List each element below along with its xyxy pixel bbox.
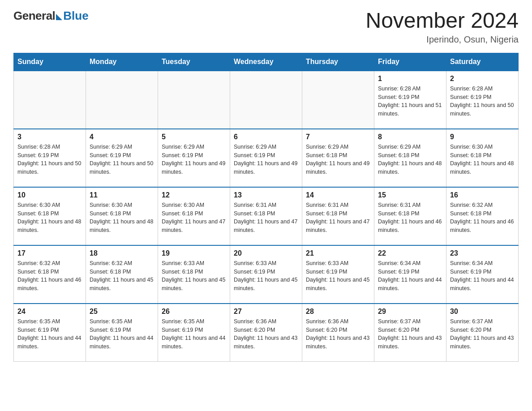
calendar-day-cell: 14Sunrise: 6:31 AM Sunset: 6:18 PM Dayli…: [302, 187, 374, 245]
calendar-week-row: 17Sunrise: 6:32 AM Sunset: 6:18 PM Dayli…: [14, 245, 519, 304]
calendar-day-cell: 13Sunrise: 6:31 AM Sunset: 6:18 PM Dayli…: [230, 187, 302, 245]
day-number: 23: [450, 249, 515, 257]
day-number: 14: [306, 191, 370, 199]
day-info: Sunrise: 6:33 AM Sunset: 6:19 PM Dayligh…: [306, 259, 370, 293]
calendar-day-cell: 7Sunrise: 6:29 AM Sunset: 6:18 PM Daylig…: [302, 129, 374, 187]
calendar-day-cell: 5Sunrise: 6:29 AM Sunset: 6:19 PM Daylig…: [158, 129, 230, 187]
calendar-day-cell: 16Sunrise: 6:32 AM Sunset: 6:18 PM Dayli…: [446, 187, 519, 245]
calendar-week-row: 1Sunrise: 6:28 AM Sunset: 6:19 PM Daylig…: [14, 71, 519, 129]
day-number: 28: [306, 308, 370, 316]
logo: General Blue: [13, 9, 89, 23]
day-info: Sunrise: 6:28 AM Sunset: 6:19 PM Dayligh…: [378, 85, 442, 118]
day-info: Sunrise: 6:29 AM Sunset: 6:18 PM Dayligh…: [306, 143, 370, 176]
day-number: 6: [234, 133, 298, 141]
day-info: Sunrise: 6:30 AM Sunset: 6:18 PM Dayligh…: [450, 143, 515, 176]
day-number: 7: [306, 133, 370, 141]
day-number: 1: [378, 75, 442, 83]
day-number: 19: [162, 249, 226, 257]
calendar-day-cell: 24Sunrise: 6:35 AM Sunset: 6:19 PM Dayli…: [14, 304, 86, 362]
day-number: 8: [378, 133, 442, 141]
day-number: 10: [17, 191, 82, 199]
day-info: Sunrise: 6:36 AM Sunset: 6:20 PM Dayligh…: [234, 317, 298, 351]
calendar-day-cell: 10Sunrise: 6:30 AM Sunset: 6:18 PM Dayli…: [14, 187, 86, 245]
day-info: Sunrise: 6:35 AM Sunset: 6:19 PM Dayligh…: [162, 317, 226, 351]
day-info: Sunrise: 6:29 AM Sunset: 6:19 PM Dayligh…: [234, 143, 298, 176]
calendar-day-cell: [86, 71, 158, 129]
day-info: Sunrise: 6:34 AM Sunset: 6:19 PM Dayligh…: [378, 259, 442, 293]
day-info: Sunrise: 6:30 AM Sunset: 6:18 PM Dayligh…: [17, 201, 82, 235]
day-number: 4: [90, 133, 154, 141]
day-info: Sunrise: 6:29 AM Sunset: 6:19 PM Dayligh…: [90, 143, 154, 176]
calendar-day-cell: 19Sunrise: 6:33 AM Sunset: 6:18 PM Dayli…: [158, 245, 230, 304]
day-number: 29: [378, 308, 442, 316]
logo-general-text: General: [13, 9, 55, 23]
weekday-header-friday: Friday: [374, 53, 446, 71]
calendar-day-cell: 26Sunrise: 6:35 AM Sunset: 6:19 PM Dayli…: [158, 304, 230, 362]
day-number: 21: [306, 249, 370, 257]
day-info: Sunrise: 6:30 AM Sunset: 6:18 PM Dayligh…: [162, 201, 226, 235]
day-number: 2: [450, 75, 515, 83]
day-info: Sunrise: 6:35 AM Sunset: 6:19 PM Dayligh…: [17, 317, 82, 351]
day-info: Sunrise: 6:34 AM Sunset: 6:19 PM Dayligh…: [450, 259, 515, 293]
calendar-day-cell: 17Sunrise: 6:32 AM Sunset: 6:18 PM Dayli…: [14, 245, 86, 304]
day-number: 3: [17, 133, 82, 141]
calendar-day-cell: 15Sunrise: 6:31 AM Sunset: 6:18 PM Dayli…: [374, 187, 446, 245]
day-info: Sunrise: 6:28 AM Sunset: 6:19 PM Dayligh…: [17, 143, 82, 176]
calendar-day-cell: 22Sunrise: 6:34 AM Sunset: 6:19 PM Dayli…: [374, 245, 446, 304]
day-info: Sunrise: 6:36 AM Sunset: 6:20 PM Dayligh…: [306, 317, 370, 351]
calendar-day-cell: 18Sunrise: 6:32 AM Sunset: 6:18 PM Dayli…: [86, 245, 158, 304]
day-number: 5: [162, 133, 226, 141]
day-info: Sunrise: 6:28 AM Sunset: 6:19 PM Dayligh…: [450, 85, 515, 118]
calendar-day-cell: 28Sunrise: 6:36 AM Sunset: 6:20 PM Dayli…: [302, 304, 374, 362]
calendar-day-cell: 11Sunrise: 6:30 AM Sunset: 6:18 PM Dayli…: [86, 187, 158, 245]
calendar-day-cell: 1Sunrise: 6:28 AM Sunset: 6:19 PM Daylig…: [374, 71, 446, 129]
calendar-title: November 2024: [365, 9, 519, 33]
day-number: 16: [450, 191, 515, 199]
calendar-day-cell: [158, 71, 230, 129]
day-number: 24: [17, 308, 82, 316]
day-info: Sunrise: 6:30 AM Sunset: 6:18 PM Dayligh…: [90, 201, 154, 235]
weekday-header-saturday: Saturday: [446, 53, 519, 71]
calendar-subtitle: Iperindo, Osun, Nigeria: [365, 34, 519, 45]
calendar-table: SundayMondayTuesdayWednesdayThursdayFrid…: [13, 53, 519, 362]
calendar-day-cell: [230, 71, 302, 129]
logo-triangle-icon: [56, 14, 62, 20]
day-info: Sunrise: 6:29 AM Sunset: 6:19 PM Dayligh…: [162, 143, 226, 176]
day-number: 9: [450, 133, 515, 141]
calendar-day-cell: 20Sunrise: 6:33 AM Sunset: 6:19 PM Dayli…: [230, 245, 302, 304]
day-number: 30: [450, 308, 515, 316]
day-info: Sunrise: 6:33 AM Sunset: 6:19 PM Dayligh…: [234, 259, 298, 293]
weekday-header-tuesday: Tuesday: [158, 53, 230, 71]
calendar-day-cell: 8Sunrise: 6:29 AM Sunset: 6:18 PM Daylig…: [374, 129, 446, 187]
calendar-day-cell: [302, 71, 374, 129]
calendar-week-row: 24Sunrise: 6:35 AM Sunset: 6:19 PM Dayli…: [14, 304, 519, 362]
day-number: 15: [378, 191, 442, 199]
title-area: November 2024 Iperindo, Osun, Nigeria: [365, 9, 519, 45]
day-number: 18: [90, 249, 154, 257]
calendar-day-cell: 21Sunrise: 6:33 AM Sunset: 6:19 PM Dayli…: [302, 245, 374, 304]
calendar-day-cell: 2Sunrise: 6:28 AM Sunset: 6:19 PM Daylig…: [446, 71, 519, 129]
day-info: Sunrise: 6:31 AM Sunset: 6:18 PM Dayligh…: [306, 201, 370, 235]
calendar-day-cell: 4Sunrise: 6:29 AM Sunset: 6:19 PM Daylig…: [86, 129, 158, 187]
weekday-header-monday: Monday: [86, 53, 158, 71]
day-info: Sunrise: 6:37 AM Sunset: 6:20 PM Dayligh…: [378, 317, 442, 351]
day-info: Sunrise: 6:29 AM Sunset: 6:18 PM Dayligh…: [378, 143, 442, 176]
calendar-day-cell: 23Sunrise: 6:34 AM Sunset: 6:19 PM Dayli…: [446, 245, 519, 304]
day-number: 11: [90, 191, 154, 199]
day-info: Sunrise: 6:33 AM Sunset: 6:18 PM Dayligh…: [162, 259, 226, 293]
header: General Blue November 2024 Iperindo, Osu…: [13, 9, 519, 45]
calendar-day-cell: 25Sunrise: 6:35 AM Sunset: 6:19 PM Dayli…: [86, 304, 158, 362]
day-info: Sunrise: 6:31 AM Sunset: 6:18 PM Dayligh…: [234, 201, 298, 235]
calendar-day-cell: 30Sunrise: 6:37 AM Sunset: 6:20 PM Dayli…: [446, 304, 519, 362]
day-info: Sunrise: 6:31 AM Sunset: 6:18 PM Dayligh…: [378, 201, 442, 235]
weekday-header-wednesday: Wednesday: [230, 53, 302, 71]
logo-blue-text: Blue: [63, 9, 88, 23]
day-number: 13: [234, 191, 298, 199]
weekday-header-row: SundayMondayTuesdayWednesdayThursdayFrid…: [14, 53, 519, 71]
day-number: 12: [162, 191, 226, 199]
weekday-header-thursday: Thursday: [302, 53, 374, 71]
calendar-day-cell: 27Sunrise: 6:36 AM Sunset: 6:20 PM Dayli…: [230, 304, 302, 362]
day-info: Sunrise: 6:32 AM Sunset: 6:18 PM Dayligh…: [90, 259, 154, 293]
day-number: 22: [378, 249, 442, 257]
calendar-week-row: 3Sunrise: 6:28 AM Sunset: 6:19 PM Daylig…: [14, 129, 519, 187]
